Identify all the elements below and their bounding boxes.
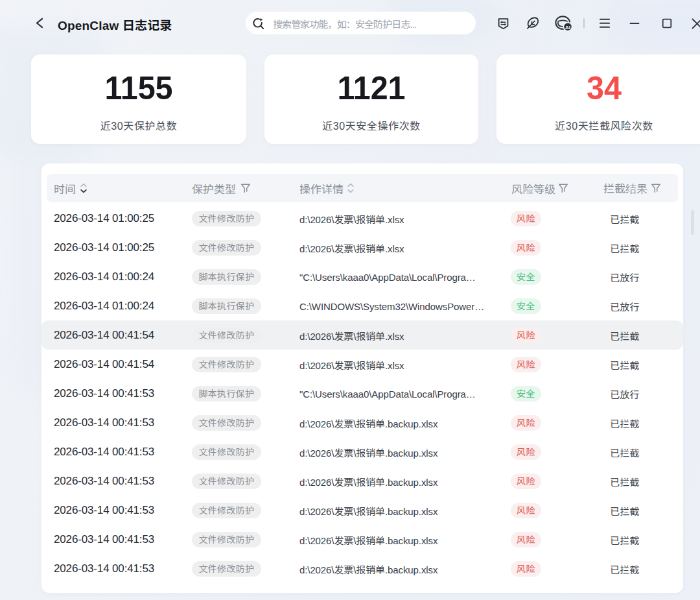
svg-text:AI: AI: [565, 25, 570, 30]
